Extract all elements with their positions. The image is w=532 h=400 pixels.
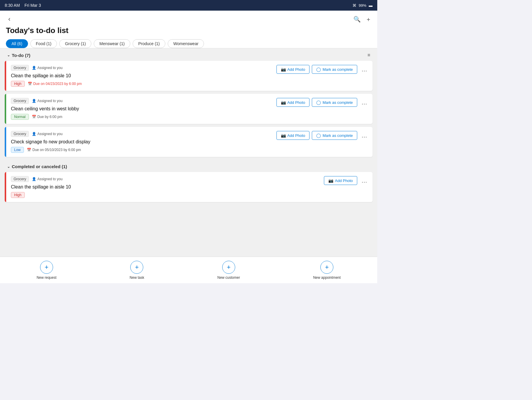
header-icons: 🔍 ＋ — [353, 15, 371, 23]
status-icons: ⌘ 99% ▬ — [353, 3, 373, 8]
add-photo-label: Add Photo — [287, 133, 305, 138]
more-options-button[interactable]: … — [360, 131, 369, 140]
status-time: 8:30 AM — [5, 3, 20, 8]
section-title-todo[interactable]: ⌄ To-do (7) — [7, 53, 30, 58]
add-photo-button[interactable]: 📷 Add Photo — [276, 65, 310, 74]
task-tag: Grocery — [11, 65, 29, 71]
priority-badge: High — [11, 81, 25, 87]
task-actions: 📷 Add Photo ◯ Mark as complete … — [273, 127, 373, 157]
priority-badge: Normal — [11, 114, 29, 120]
battery-percent: 99% — [359, 3, 366, 8]
add-photo-button[interactable]: 📷 Add Photo — [276, 131, 310, 140]
person-icon: 👤 — [32, 66, 36, 70]
task-title: Check signage fo new product display — [11, 139, 268, 145]
filter-icon[interactable]: ≡ — [368, 53, 370, 58]
mark-complete-label: Mark as complete — [322, 133, 353, 138]
new-task-button[interactable]: + New task — [130, 261, 144, 280]
task-footer: High 📅 Due on 04/23/2023 by 6:00 pm — [11, 81, 268, 87]
add-photo-label: Add Photo — [335, 178, 353, 183]
chevron-icon: ⌄ — [7, 165, 10, 169]
add-button[interactable]: ＋ — [365, 15, 371, 23]
task-card-inner: Grocery 👤 Assigned to you Check signage … — [6, 127, 273, 157]
task-actions: 📷 Add Photo … — [320, 172, 373, 202]
new-appointment-button[interactable]: + New appointment — [313, 261, 340, 280]
task-meta: Grocery 👤 Assigned to you — [11, 65, 268, 71]
bottom-bar: + New request + New task + New customer … — [0, 257, 377, 283]
section-title-text: Completed or canceled (1) — [12, 164, 67, 169]
new-request-icon: + — [40, 261, 53, 274]
task-meta: Grocery 👤 Assigned to you — [11, 131, 268, 137]
assigned-label: 👤 Assigned to you — [32, 132, 62, 136]
more-options-button[interactable]: … — [360, 98, 369, 107]
search-button[interactable]: 🔍 — [353, 15, 361, 23]
task-tag: Grocery — [11, 176, 29, 182]
mark-complete-button[interactable]: ◯ Mark as complete — [312, 98, 357, 107]
task-tag: Grocery — [11, 98, 29, 104]
new-customer-icon: + — [222, 261, 235, 274]
camera-icon: 📷 — [328, 178, 333, 183]
new-task-label: New task — [130, 276, 144, 280]
filter-tab-menswear[interactable]: Menswear (1) — [94, 39, 130, 48]
main-content: ⌄ To-do (7) ≡ Grocery 👤 Assigned to you … — [0, 48, 377, 259]
mark-complete-label: Mark as complete — [322, 67, 353, 72]
task-card-task3: Grocery 👤 Assigned to you Check signage … — [5, 127, 373, 157]
new-customer-button[interactable]: + New customer — [217, 261, 240, 280]
due-date: 📅 Due on 04/23/2023 by 6:00 pm — [28, 82, 82, 86]
task-card-task1: Grocery 👤 Assigned to you Clean the spil… — [5, 61, 373, 91]
status-bar: 8:30 AM Fri Mar 3 ⌘ 99% ▬ — [0, 0, 377, 11]
more-options-button[interactable]: … — [360, 65, 369, 74]
wifi-icon: ⌘ — [353, 3, 356, 8]
chevron-icon: ⌄ — [7, 53, 10, 57]
task-card-inner: Grocery 👤 Assigned to you Clean ceiling … — [6, 94, 273, 124]
more-options-button[interactable]: … — [360, 176, 369, 185]
check-circle-icon: ◯ — [316, 67, 321, 72]
task-actions: 📷 Add Photo ◯ Mark as complete … — [273, 61, 373, 91]
section-header-todo: ⌄ To-do (7) ≡ — [0, 48, 377, 61]
task-card-inner: Grocery 👤 Assigned to you Clean the spil… — [6, 172, 320, 202]
status-time-date: 8:30 AM Fri Mar 3 — [5, 3, 41, 8]
new-request-label: New request — [37, 276, 56, 280]
assigned-label: 👤 Assigned to you — [32, 99, 62, 103]
camera-icon: 📷 — [281, 133, 286, 138]
add-photo-button[interactable]: 📷 Add Photo — [276, 98, 310, 107]
task-footer: High — [11, 192, 316, 198]
person-icon: 👤 — [32, 132, 36, 136]
task-footer: Low 📅 Due on 05/10/2023 by 6:00 pm — [11, 147, 268, 153]
nav-row: ‹ 🔍 ＋ — [6, 14, 371, 24]
due-date: 📅 Due on 05/10/2023 by 6:00 pm — [27, 148, 81, 152]
assigned-label: 👤 Assigned to you — [32, 177, 62, 181]
camera-icon: 📷 — [281, 100, 286, 105]
task-title: Clean ceiling vents in west lobby — [11, 106, 268, 112]
section-header-completed: ⌄ Completed or canceled (1) — [0, 160, 377, 172]
task-title: Clean the spillage in aisle 10 — [11, 73, 268, 78]
section-title-completed[interactable]: ⌄ Completed or canceled (1) — [7, 164, 67, 169]
task-actions: 📷 Add Photo ◯ Mark as complete … — [273, 94, 373, 124]
filter-tab-food[interactable]: Food (1) — [30, 39, 57, 48]
section-title-text: To-do (7) — [12, 53, 30, 58]
new-request-button[interactable]: + New request — [37, 261, 56, 280]
new-customer-label: New customer — [217, 276, 240, 280]
person-icon: 👤 — [32, 99, 36, 103]
task-meta: Grocery 👤 Assigned to you — [11, 176, 316, 182]
task-card-task2: Grocery 👤 Assigned to you Clean ceiling … — [5, 94, 373, 124]
filter-tab-womenswear[interactable]: Womenswear — [168, 39, 204, 48]
app-header: ‹ 🔍 ＋ Today's to-do list All (6)Food (1)… — [0, 11, 377, 48]
task-footer: Normal 📅 Due by 6:00 pm — [11, 114, 268, 120]
filter-tab-produce[interactable]: Produce (1) — [133, 39, 165, 48]
new-appointment-icon: + — [320, 261, 333, 274]
add-photo-label: Add Photo — [287, 100, 305, 105]
priority-badge: Low — [11, 147, 24, 153]
page-title: Today's to-do list — [6, 26, 371, 35]
calendar-icon: 📅 — [28, 82, 32, 86]
mark-complete-button[interactable]: ◯ Mark as complete — [312, 65, 357, 74]
task-card-task4: Grocery 👤 Assigned to you Clean the spil… — [5, 172, 373, 202]
back-button[interactable]: ‹ — [6, 14, 13, 24]
task-tag: Grocery — [11, 131, 29, 137]
filter-tabs: All (6)Food (1)Grocery (1)Menswear (1)Pr… — [6, 39, 371, 48]
filter-tab-all[interactable]: All (6) — [6, 39, 28, 48]
task-title: Clean the spillage in aisle 10 — [11, 184, 316, 190]
status-date: Fri Mar 3 — [24, 3, 41, 8]
mark-complete-button[interactable]: ◯ Mark as complete — [312, 131, 357, 140]
filter-tab-grocery[interactable]: Grocery (1) — [59, 39, 91, 48]
add-photo-button[interactable]: 📷 Add Photo — [324, 176, 357, 185]
